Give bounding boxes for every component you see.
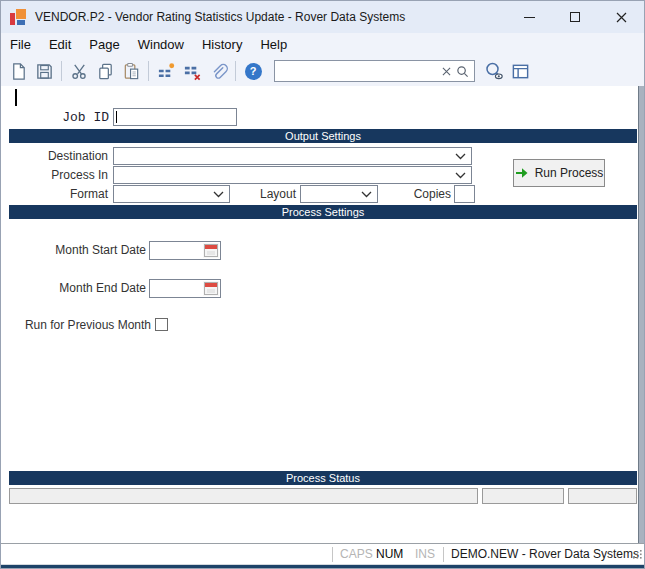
save-icon: [35, 62, 54, 81]
minimize-icon: [524, 17, 535, 18]
resize-grip-icon: [632, 549, 642, 559]
section-header-process-status: Process Status: [9, 471, 637, 485]
delete-record-icon: [183, 62, 202, 81]
cut-icon: [70, 62, 89, 81]
layout-label: Layout: [233, 185, 296, 203]
section-header-process-settings: Process Settings: [9, 205, 637, 219]
title-bar: VENDOR.P2 - Vendor Rating Statistics Upd…: [1, 1, 644, 33]
maximize-icon: [570, 12, 580, 22]
clear-search-icon[interactable]: [438, 63, 454, 79]
minimize-button[interactable]: [506, 1, 552, 33]
status-bar: CAPS NUM INS DEMO.NEW - Rover Data Syste…: [1, 544, 644, 564]
toolbar-separator: [235, 61, 236, 81]
close-button[interactable]: [598, 1, 644, 33]
cut-button[interactable]: [66, 59, 92, 83]
calendar-button[interactable]: [203, 243, 219, 258]
session-label: DEMO.NEW - Rover Data Systems: [451, 547, 639, 562]
copy-button[interactable]: [92, 59, 118, 83]
run-arrow-icon: [515, 167, 529, 179]
copy-icon: [96, 62, 115, 81]
toolbar: ?: [1, 56, 644, 86]
num-indicator: NUM: [376, 547, 403, 562]
zoom-view-button[interactable]: [481, 59, 507, 83]
new-document-button[interactable]: [5, 59, 31, 83]
window-layout-icon: [511, 62, 530, 81]
calendar-icon: [204, 282, 218, 295]
app-window: VENDOR.P2 - Vendor Rating Statistics Upd…: [0, 0, 645, 569]
toolbar-search: [274, 60, 475, 82]
previous-month-checkbox[interactable]: [155, 318, 168, 331]
zoom-view-icon: [484, 61, 504, 81]
delete-record-button[interactable]: [179, 59, 205, 83]
format-label: Format: [1, 185, 108, 203]
save-button[interactable]: [31, 59, 57, 83]
job-id-input[interactable]: [113, 108, 237, 126]
app-logo-icon: [10, 9, 26, 25]
chevron-down-icon: [455, 153, 466, 160]
month-start-date-label: Month Start Date: [1, 241, 146, 260]
right-gutter: [638, 86, 645, 543]
copies-label: Copies: [381, 185, 451, 203]
input-caret: [116, 111, 117, 123]
statusbar-separator: [332, 547, 333, 562]
calendar-icon: [204, 244, 218, 257]
insert-record-icon: [157, 62, 176, 81]
window-layout-button[interactable]: [507, 59, 533, 83]
calendar-button[interactable]: [203, 281, 219, 296]
menu-item-page[interactable]: Page: [80, 33, 128, 56]
statusbar-separator: [443, 547, 444, 562]
text-caret: [15, 89, 17, 106]
process-in-label: Process In: [1, 166, 108, 184]
format-select[interactable]: [113, 185, 230, 203]
month-start-date-field[interactable]: [149, 241, 221, 260]
destination-select[interactable]: [113, 147, 472, 165]
search-icon[interactable]: [454, 63, 470, 79]
caps-indicator: CAPS: [340, 547, 373, 562]
help-icon: ?: [245, 63, 262, 80]
month-end-date-field[interactable]: [149, 279, 221, 298]
attachment-icon: [209, 62, 228, 81]
menu-item-edit[interactable]: Edit: [40, 33, 80, 56]
resize-grip[interactable]: [632, 548, 642, 562]
chevron-down-icon: [455, 172, 466, 179]
process-status-field-2: [482, 488, 564, 504]
attachment-button[interactable]: [205, 59, 231, 83]
window-bottom-frame: [1, 565, 644, 569]
menu-bar: File Edit Page Window History Help: [1, 33, 644, 56]
maximize-button[interactable]: [552, 1, 598, 33]
process-in-select[interactable]: [113, 166, 472, 184]
close-icon: [616, 12, 627, 23]
chevron-down-icon: [213, 191, 224, 198]
menu-item-window[interactable]: Window: [129, 33, 193, 56]
previous-month-label: Run for Previous Month: [1, 318, 151, 333]
window-controls: [506, 1, 644, 33]
chevron-down-icon: [361, 191, 372, 198]
paste-icon: [122, 62, 141, 81]
month-end-date-label: Month End Date: [1, 279, 146, 298]
new-document-icon: [9, 62, 28, 81]
menu-item-file[interactable]: File: [1, 33, 40, 56]
search-input[interactable]: [279, 63, 438, 79]
layout-select[interactable]: [300, 185, 378, 203]
menu-item-help[interactable]: Help: [251, 33, 296, 56]
destination-label: Destination: [1, 147, 108, 165]
run-process-button[interactable]: Run Process: [513, 159, 605, 187]
menu-item-history[interactable]: History: [193, 33, 251, 56]
paste-button[interactable]: [118, 59, 144, 83]
run-process-label: Run Process: [535, 166, 604, 180]
toolbar-separator: [148, 61, 149, 81]
process-status-field-main: [9, 488, 478, 504]
toolbar-separator: [61, 61, 62, 81]
process-status-field-3: [568, 488, 637, 504]
section-header-output-settings: Output Settings: [9, 129, 637, 143]
window-title: VENDOR.P2 - Vendor Rating Statistics Upd…: [35, 10, 405, 24]
help-button[interactable]: ?: [240, 59, 266, 83]
insert-record-button[interactable]: [153, 59, 179, 83]
copies-input[interactable]: [454, 185, 475, 203]
job-id-label: Job ID: [1, 109, 109, 126]
ins-indicator: INS: [415, 547, 435, 562]
